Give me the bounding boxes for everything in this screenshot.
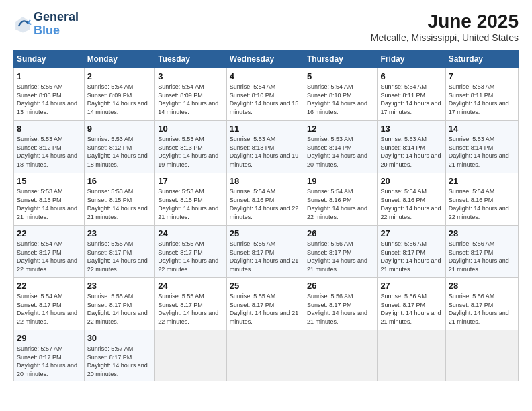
- calendar-week-row: 29 Sunrise: 5:57 AMSunset: 8:17 PMDaylig…: [14, 330, 519, 381]
- table-row: 24 Sunrise: 5:55 AMSunset: 8:17 PMDaylig…: [155, 226, 227, 278]
- location-title: Metcalfe, Mississippi, United States: [371, 32, 519, 43]
- table-row: 24 Sunrise: 5:55 AMSunset: 8:17 PMDaylig…: [155, 278, 227, 330]
- table-row: 19 Sunrise: 5:54 AMSunset: 8:16 PMDaylig…: [304, 173, 377, 226]
- table-row: 26 Sunrise: 5:56 AMSunset: 8:17 PMDaylig…: [304, 278, 377, 330]
- table-row: 3 Sunrise: 5:54 AMSunset: 8:09 PMDayligh…: [155, 68, 227, 121]
- svg-marker-0: [15, 17, 30, 32]
- month-title: June 2025: [371, 11, 519, 32]
- table-row: 23 Sunrise: 5:55 AMSunset: 8:17 PMDaylig…: [84, 226, 155, 278]
- calendar-week-row: 22 Sunrise: 5:54 AMSunset: 8:17 PMDaylig…: [14, 278, 519, 330]
- empty-cell: [155, 330, 227, 381]
- table-row: 28 Sunrise: 5:56 AMSunset: 8:17 PMDaylig…: [445, 226, 518, 278]
- table-row: 28 Sunrise: 5:56 AMSunset: 8:17 PMDaylig…: [445, 278, 518, 330]
- table-row: 16 Sunrise: 5:53 AMSunset: 8:15 PMDaylig…: [84, 173, 155, 226]
- table-row: 11 Sunrise: 5:53 AMSunset: 8:13 PMDaylig…: [226, 121, 304, 173]
- table-row: 21 Sunrise: 5:54 AMSunset: 8:16 PMDaylig…: [445, 173, 518, 226]
- table-row: 2 Sunrise: 5:54 AMSunset: 8:09 PMDayligh…: [84, 68, 155, 121]
- table-row: 26 Sunrise: 5:56 AMSunset: 8:17 PMDaylig…: [304, 226, 377, 278]
- table-row: 8 Sunrise: 5:53 AMSunset: 8:12 PMDayligh…: [14, 121, 85, 173]
- table-row: 29 Sunrise: 5:57 AMSunset: 8:17 PMDaylig…: [14, 330, 85, 381]
- table-row: 23 Sunrise: 5:55 AMSunset: 8:17 PMDaylig…: [84, 278, 155, 330]
- table-row: 27 Sunrise: 5:56 AMSunset: 8:17 PMDaylig…: [378, 278, 445, 330]
- col-wednesday: Wednesday: [226, 50, 304, 68]
- table-row: 25 Sunrise: 5:55 AMSunset: 8:17 PMDaylig…: [226, 278, 304, 330]
- col-friday: Friday: [378, 50, 445, 68]
- col-thursday: Thursday: [304, 50, 377, 68]
- table-row: 13 Sunrise: 5:53 AMSunset: 8:14 PMDaylig…: [378, 121, 445, 173]
- table-row: 20 Sunrise: 5:54 AMSunset: 8:16 PMDaylig…: [378, 173, 445, 226]
- table-row: 17 Sunrise: 5:53 AMSunset: 8:15 PMDaylig…: [155, 173, 227, 226]
- col-sunday: Sunday: [14, 50, 85, 68]
- logo-text: GeneralBlue: [34, 11, 79, 38]
- table-row: 15 Sunrise: 5:53 AMSunset: 8:15 PMDaylig…: [14, 173, 85, 226]
- page: GeneralBlue June 2025 Metcalfe, Mississi…: [0, 0, 532, 411]
- table-row: 5 Sunrise: 5:54 AMSunset: 8:10 PMDayligh…: [304, 68, 377, 121]
- table-row: 22 Sunrise: 5:54 AMSunset: 8:17 PMDaylig…: [14, 278, 85, 330]
- table-row: 7 Sunrise: 5:53 AMSunset: 8:11 PMDayligh…: [445, 68, 518, 121]
- col-tuesday: Tuesday: [155, 50, 227, 68]
- calendar-header-row: Sunday Monday Tuesday Wednesday Thursday…: [14, 50, 519, 68]
- col-saturday: Saturday: [445, 50, 518, 68]
- table-row: 18 Sunrise: 5:54 AMSunset: 8:16 PMDaylig…: [226, 173, 304, 226]
- table-row: 25 Sunrise: 5:55 AMSunset: 8:17 PMDaylig…: [226, 226, 304, 278]
- header: GeneralBlue June 2025 Metcalfe, Mississi…: [13, 11, 519, 43]
- calendar-body: 1 Sunrise: 5:55 AMSunset: 8:08 PMDayligh…: [14, 68, 519, 381]
- calendar-week-row: 15 Sunrise: 5:53 AMSunset: 8:15 PMDaylig…: [14, 173, 519, 226]
- logo: GeneralBlue: [13, 11, 79, 38]
- empty-cell: [304, 330, 377, 381]
- table-row: 10 Sunrise: 5:53 AMSunset: 8:13 PMDaylig…: [155, 121, 227, 173]
- table-row: 4 Sunrise: 5:54 AMSunset: 8:10 PMDayligh…: [226, 68, 304, 121]
- table-row: 6 Sunrise: 5:54 AMSunset: 8:11 PMDayligh…: [378, 68, 445, 121]
- calendar-week-row: 22 Sunrise: 5:54 AMSunset: 8:17 PMDaylig…: [14, 226, 519, 278]
- table-row: 14 Sunrise: 5:53 AMSunset: 8:14 PMDaylig…: [445, 121, 518, 173]
- col-monday: Monday: [84, 50, 155, 68]
- empty-cell: [226, 330, 304, 381]
- calendar-week-row: 1 Sunrise: 5:55 AMSunset: 8:08 PMDayligh…: [14, 68, 519, 121]
- table-row: 22 Sunrise: 5:54 AMSunset: 8:17 PMDaylig…: [14, 226, 85, 278]
- empty-cell: [445, 330, 518, 381]
- table-row: 9 Sunrise: 5:53 AMSunset: 8:12 PMDayligh…: [84, 121, 155, 173]
- logo-icon: [13, 15, 32, 34]
- calendar-week-row: 8 Sunrise: 5:53 AMSunset: 8:12 PMDayligh…: [14, 121, 519, 173]
- table-row: 1 Sunrise: 5:55 AMSunset: 8:08 PMDayligh…: [14, 68, 85, 121]
- calendar-table: Sunday Monday Tuesday Wednesday Thursday…: [13, 50, 519, 381]
- empty-cell: [378, 330, 445, 381]
- table-row: 30 Sunrise: 5:57 AMSunset: 8:17 PMDaylig…: [84, 330, 155, 381]
- title-block: June 2025 Metcalfe, Mississippi, United …: [371, 11, 519, 43]
- table-row: 27 Sunrise: 5:56 AMSunset: 8:17 PMDaylig…: [378, 226, 445, 278]
- table-row: 12 Sunrise: 5:53 AMSunset: 8:14 PMDaylig…: [304, 121, 377, 173]
